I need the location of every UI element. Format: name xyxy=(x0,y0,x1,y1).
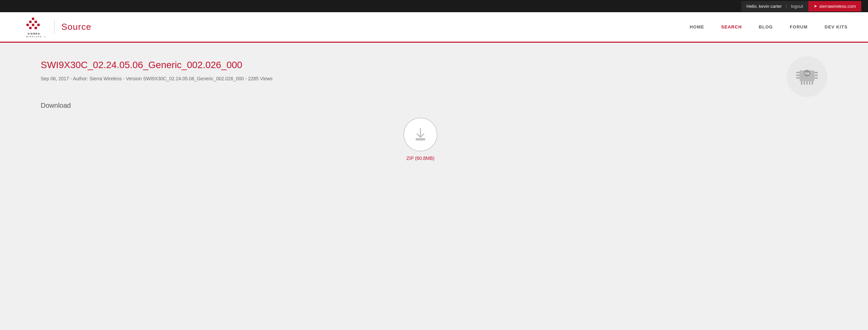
nav-forum[interactable]: FORUM xyxy=(790,24,808,29)
download-item[interactable]: ZIP (60.8MB) xyxy=(41,118,800,161)
svg-rect-24 xyxy=(814,77,818,79)
nav-devkits[interactable]: DEV KITS xyxy=(825,24,848,29)
svg-rect-14 xyxy=(801,81,802,85)
download-circle[interactable] xyxy=(403,118,437,151)
svg-text:WIRELESS: WIRELESS xyxy=(26,36,42,37)
download-icon xyxy=(412,126,429,143)
svg-text:FW: FW xyxy=(805,72,809,75)
svg-text:®: ® xyxy=(44,36,45,37)
fw-icon-container: FW xyxy=(787,56,827,97)
top-bar-user-section: Hello, kevin carter | logout xyxy=(741,1,809,12)
logo-divider xyxy=(54,20,55,34)
logo-area: SIERRA WIRELESS ® Source xyxy=(20,17,91,37)
greeting-text: Hello, kevin carter xyxy=(747,4,782,9)
svg-rect-4 xyxy=(32,24,34,26)
download-section: Download ZIP (60.8MB) xyxy=(41,102,800,161)
page-title: SWI9X30C_02.24.05.06_Generic_002.026_000 xyxy=(41,60,800,70)
download-filename[interactable]: ZIP (60.8MB) xyxy=(407,156,435,161)
logout-link[interactable]: logout xyxy=(791,4,803,9)
separator: | xyxy=(786,4,787,9)
top-bar-content: Hello, kevin carter | logout ➤ sierrawir… xyxy=(741,1,862,12)
svg-text:SIERRA: SIERRA xyxy=(27,32,40,35)
source-brand-text[interactable]: Source xyxy=(61,22,91,32)
svg-rect-3 xyxy=(26,24,29,26)
svg-rect-16 xyxy=(806,81,808,85)
svg-rect-26 xyxy=(416,138,425,140)
main-content: FW SWI9X30C_02.24.05.06_Generic_002.026_… xyxy=(0,43,868,246)
site-label: sierrawireless.com xyxy=(819,4,856,9)
svg-rect-19 xyxy=(796,72,800,73)
svg-rect-0 xyxy=(32,18,34,20)
svg-rect-21 xyxy=(796,77,800,79)
site-link[interactable]: ➤ sierrawireless.com xyxy=(808,1,861,12)
svg-rect-20 xyxy=(796,75,800,76)
svg-rect-18 xyxy=(812,81,813,85)
svg-rect-22 xyxy=(814,72,818,73)
svg-rect-6 xyxy=(29,27,32,29)
svg-rect-1 xyxy=(29,21,32,23)
svg-rect-15 xyxy=(804,81,805,85)
svg-rect-2 xyxy=(35,21,37,23)
nav-home[interactable]: HOME xyxy=(690,24,704,29)
svg-rect-27 xyxy=(416,140,425,141)
fw-chip-icon: FW xyxy=(793,63,821,90)
svg-rect-5 xyxy=(37,24,40,26)
main-nav: HOME SEARCH BLOG FORUM DEV KITS xyxy=(690,24,848,29)
svg-rect-7 xyxy=(35,27,37,29)
arrow-icon: ➤ xyxy=(814,4,817,8)
svg-rect-23 xyxy=(814,75,818,76)
page-meta: Sep 06, 2017 - Author: Sierra Wireless -… xyxy=(41,76,800,81)
download-label: Download xyxy=(41,102,800,109)
svg-rect-17 xyxy=(809,81,810,85)
nav-search[interactable]: SEARCH xyxy=(721,24,742,29)
header: SIERRA WIRELESS ® Source HOME SEARCH BLO… xyxy=(0,12,868,43)
sierra-wireless-logo[interactable]: SIERRA WIRELESS ® xyxy=(20,17,47,37)
nav-blog[interactable]: BLOG xyxy=(759,24,773,29)
top-bar: Hello, kevin carter | logout ➤ sierrawir… xyxy=(0,0,868,12)
